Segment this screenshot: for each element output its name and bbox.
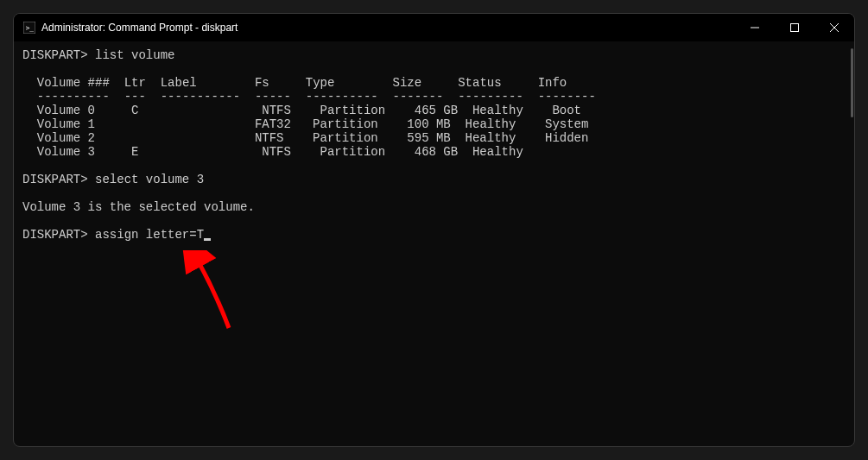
scrollbar[interactable]: [851, 48, 853, 117]
header-label: Label: [161, 76, 197, 90]
sep: ---------: [458, 90, 523, 104]
header-info: Info: [538, 76, 567, 90]
prompt: DISKPART>: [22, 173, 88, 186]
row-size: 100 MB: [407, 117, 450, 131]
row-type: Partition: [320, 145, 386, 159]
row-vol: Volume 3: [37, 145, 95, 159]
prompt: DISKPART>: [22, 228, 88, 242]
sep: -----: [255, 90, 291, 104]
header-type: Type: [306, 76, 335, 90]
window-title: Administrator: Command Prompt - diskpart: [41, 22, 238, 34]
command-2: select volume 3: [95, 173, 204, 186]
row-vol: Volume 1: [37, 117, 95, 131]
row-fs: NTFS: [262, 104, 291, 117]
sep: -----------: [161, 90, 240, 104]
row-vol: Volume 0: [37, 104, 95, 117]
row-status: Healthy: [466, 131, 516, 145]
row-size: 595 MB: [407, 131, 450, 145]
row-info: Boot: [552, 104, 581, 117]
sep: ---: [124, 90, 146, 104]
header-fs: Fs: [255, 76, 269, 90]
command-3: assign letter=T: [95, 228, 204, 242]
row-fs: NTFS: [255, 131, 284, 145]
maximize-button[interactable]: [775, 14, 814, 41]
header-ltr: Ltr: [124, 76, 146, 90]
row-type: Partition: [320, 104, 386, 117]
row-status: Healthy: [472, 145, 523, 159]
response-2: Volume 3 is the selected volume.: [22, 200, 255, 214]
row-info: Hidden: [545, 131, 588, 145]
prompt: DISKPART>: [22, 48, 88, 62]
titlebar[interactable]: >_ Administrator: Command Prompt - diskp…: [14, 14, 854, 41]
cmd-icon: >_: [22, 21, 36, 35]
row-ltr: C: [131, 104, 138, 117]
row-status: Healthy: [466, 117, 516, 131]
close-button[interactable]: [814, 14, 854, 41]
sep: ----------: [306, 90, 378, 104]
row-fs: FAT32: [255, 117, 291, 131]
row-fs: NTFS: [262, 145, 291, 159]
cursor: [204, 238, 211, 241]
header-size: Size: [393, 76, 422, 90]
row-vol: Volume 2: [37, 131, 95, 145]
row-info: System: [545, 117, 588, 131]
svg-rect-3: [791, 24, 799, 32]
row-size: 468 GB: [415, 145, 458, 159]
row-type: Partition: [313, 117, 378, 131]
svg-text:>_: >_: [26, 24, 35, 32]
minimize-button[interactable]: [735, 14, 775, 41]
terminal-output[interactable]: DISKPART> list volume Volume ### Ltr Lab…: [14, 41, 854, 446]
row-ltr: E: [131, 145, 138, 159]
header-volume: Volume ###: [37, 76, 110, 90]
row-status: Healthy: [472, 104, 523, 117]
row-type: Partition: [313, 131, 378, 145]
sep: --------: [538, 90, 596, 104]
sep: -------: [393, 90, 444, 104]
header-status: Status: [458, 76, 501, 90]
command-prompt-window: >_ Administrator: Command Prompt - diskp…: [13, 13, 855, 447]
command-1: list volume: [95, 48, 174, 62]
sep: ----------: [37, 90, 110, 104]
window-controls: [735, 14, 854, 41]
row-size: 465 GB: [415, 104, 458, 117]
